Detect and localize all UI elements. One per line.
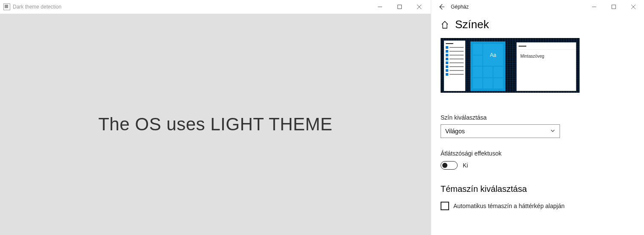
theme-status-text: The OS uses LIGHT THEME [98, 114, 332, 135]
settings-close-button[interactable] [624, 0, 643, 14]
theme-preview: Aa Mintaszöveg [441, 38, 580, 93]
settings-window-title: Gépház [451, 4, 469, 10]
settings-window: Gépház Színek [431, 0, 644, 235]
transparency-state: Ki [463, 162, 468, 169]
window-controls [370, 0, 429, 14]
app-titlebar: Dark theme detection [0, 0, 431, 14]
app-title: Dark theme detection [13, 4, 61, 10]
preview-start-icon: Aa [470, 41, 505, 91]
minimize-button[interactable] [370, 0, 390, 14]
preview-window-icon: Mintaszöveg [516, 42, 576, 91]
auto-accent-label: Automatikus témaszín a háttérkép alapján [453, 203, 565, 209]
preview-sample-text: Mintaszöveg [517, 50, 576, 63]
transparency-toggle[interactable] [441, 161, 458, 170]
page-header-row: Színek [441, 18, 635, 31]
close-button[interactable] [409, 0, 429, 14]
preview-taskbar-icon [444, 41, 465, 91]
app-icon [3, 3, 10, 10]
settings-window-controls [584, 0, 643, 14]
home-icon[interactable] [441, 21, 449, 29]
maximize-button[interactable] [390, 0, 409, 14]
app-body: The OS uses LIGHT THEME [0, 14, 431, 235]
toggle-knob-icon [442, 163, 447, 168]
settings-maximize-button[interactable] [604, 0, 624, 14]
svg-rect-1 [398, 5, 402, 9]
auto-accent-row: Automatikus témaszín a háttérkép alapján [441, 202, 635, 210]
color-select-label: Szín kiválasztása [441, 114, 635, 121]
settings-titlebar: Gépház [431, 0, 644, 14]
color-select-value: Világos [445, 128, 465, 135]
transparency-toggle-row: Ki [441, 161, 635, 170]
auto-accent-checkbox[interactable] [441, 202, 449, 210]
svg-rect-5 [612, 5, 616, 9]
accent-subheader: Témaszín kiválasztása [441, 184, 635, 194]
settings-content: Színek Aa [431, 14, 644, 235]
preview-tile-label: Aa [483, 44, 503, 66]
color-select-dropdown[interactable]: Világos [441, 124, 560, 138]
back-button[interactable] [435, 0, 448, 14]
transparency-label: Átlátszósági effektusok [441, 150, 635, 157]
chevron-down-icon [550, 128, 555, 135]
page-header: Színek [455, 18, 489, 31]
app-window: Dark theme detection The OS uses LIGHT T… [0, 0, 431, 235]
settings-minimize-button[interactable] [584, 0, 604, 14]
